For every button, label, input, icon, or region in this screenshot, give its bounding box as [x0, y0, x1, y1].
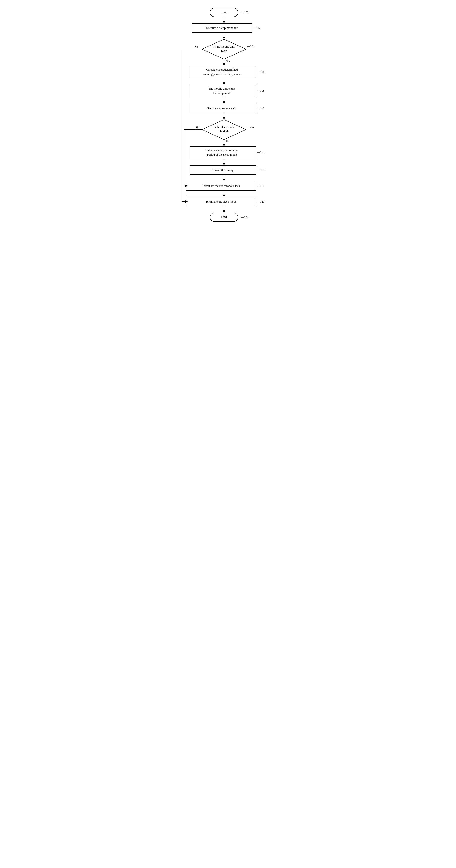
- n106-line1: Calculate a predetermined: [206, 68, 238, 71]
- n112-line1: Is the sleep mode: [214, 125, 235, 129]
- n108-line2: the sleep mode: [213, 91, 231, 95]
- n104-yes-label: Yes: [226, 59, 230, 63]
- svg-marker-7: [223, 63, 225, 66]
- n112-line2: aborted?: [219, 129, 229, 133]
- svg-marker-10: [223, 83, 225, 85]
- svg-marker-5: [223, 37, 225, 39]
- svg-rect-19: [190, 146, 256, 159]
- flowchart-svg: Start —100 Execute a sleep manager. —102…: [172, 4, 284, 268]
- n104-line1: Is the mobile unit: [214, 45, 235, 48]
- n104-line2: idle?: [221, 49, 227, 52]
- n104-id: —104: [247, 44, 255, 48]
- n114-line2: period of the sleep mode: [207, 153, 237, 156]
- n104-no-label: No: [194, 45, 198, 49]
- n112-yes-label: Yes: [196, 126, 200, 129]
- n106-line2: running period of a sleep mode: [203, 72, 240, 76]
- svg-marker-2: [223, 21, 225, 23]
- start-label: Start: [221, 10, 227, 14]
- svg-marker-24: [223, 179, 225, 181]
- svg-marker-13: [223, 101, 225, 104]
- n110-label: Run a synchronous task.: [207, 107, 237, 110]
- n116-label: Recover the timing: [210, 168, 234, 172]
- svg-marker-30: [223, 210, 225, 213]
- svg-marker-16: [223, 117, 225, 120]
- end-label: End: [221, 215, 227, 219]
- start-id: —100: [241, 11, 249, 14]
- n102-id: —102: [253, 26, 261, 30]
- n116-id: —116: [257, 168, 264, 172]
- svg-rect-11: [190, 85, 256, 97]
- n120-label: Terminate the sleep mode: [205, 200, 237, 203]
- n108-id: —108: [257, 89, 265, 92]
- svg-rect-8: [190, 66, 256, 78]
- svg-marker-27: [223, 194, 225, 197]
- n120-id: —120: [257, 200, 265, 203]
- n114-id: —114: [257, 151, 264, 154]
- n110-id: —110: [257, 107, 264, 110]
- svg-marker-18: [223, 144, 225, 146]
- n112-id: —112: [247, 125, 254, 128]
- n102-label: Execute a sleep manager.: [206, 26, 238, 30]
- n106-id: —106: [257, 70, 265, 74]
- end-id: —122: [241, 216, 249, 219]
- n118-label: Terminate the synchronous task: [202, 184, 240, 187]
- n112-no-label: No: [226, 140, 230, 143]
- flowchart-container: Start —100 Execute a sleep manager. —102…: [172, 4, 284, 268]
- n118-id: —118: [257, 184, 264, 187]
- n108-line1: The mobile unit enters: [208, 87, 236, 90]
- svg-marker-21: [223, 163, 225, 165]
- n114-line1: Calculate an actual running: [205, 149, 238, 152]
